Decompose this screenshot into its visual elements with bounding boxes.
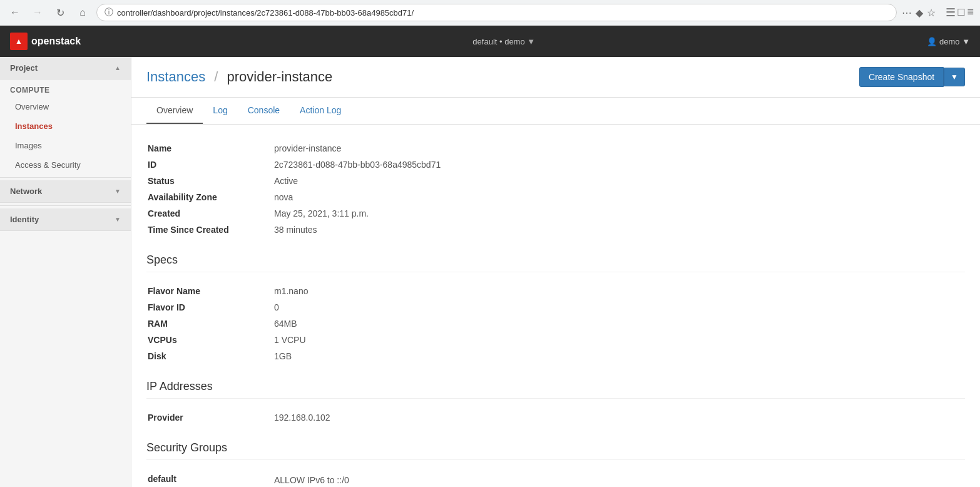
project-selector[interactable]: default • demo ▼ <box>472 37 535 46</box>
url-text: controller/dashboard/project/instances/2… <box>117 8 414 18</box>
sidebar-toggle-icon[interactable]: ☰ <box>946 6 956 19</box>
flavor-id-label: Flavor ID <box>148 300 273 315</box>
bookmark-icon[interactable]: ☆ <box>927 7 936 19</box>
logo-text: openstack <box>31 36 81 47</box>
forward-button[interactable]: → <box>29 4 46 21</box>
sidebar-network-label: Network <box>10 187 42 196</box>
ram-value: 64MB <box>274 316 964 331</box>
sidebar-item-access-security[interactable]: Access & Security <box>0 155 131 175</box>
sidebar-divider2 <box>0 205 131 206</box>
az-value: nova <box>274 190 964 205</box>
created-label: Created <box>148 206 273 221</box>
sidebar-item-overview[interactable]: Overview <box>0 97 131 116</box>
more-icon[interactable]: ⋯ <box>902 7 912 19</box>
page-title: Instances / provider-instance <box>146 69 332 85</box>
home-button[interactable]: ⌂ <box>74 4 91 21</box>
page-header: Instances / provider-instance Create Sna… <box>131 57 980 98</box>
instance-info-table: Name provider-instance ID 2c723861-d088-… <box>146 140 965 238</box>
name-value: provider-instance <box>274 141 964 156</box>
table-row: Flavor Name m1.nano <box>148 284 964 299</box>
browser-actions: ⋯ ◆ ☆ <box>902 7 936 19</box>
table-row: Created May 25, 2021, 3:11 p.m. <box>148 206 964 221</box>
flavor-name-label: Flavor Name <box>148 284 273 299</box>
ram-label: RAM <box>148 316 273 331</box>
security-rules-list: ALLOW IPv6 to ::/0 ALLOW IPv4 to 0.0.0.0… <box>274 471 964 487</box>
provider-label: Provider <box>148 410 273 425</box>
create-snapshot-button[interactable]: Create Snapshot <box>859 67 944 87</box>
security-group-name: default <box>148 471 273 487</box>
user-label: demo <box>939 37 960 46</box>
id-label: ID <box>148 157 273 172</box>
sidebar-divider <box>0 177 131 178</box>
table-row: default ALLOW IPv6 to ::/0 ALLOW IPv4 to… <box>148 471 964 487</box>
address-bar[interactable]: ⓘ controller/dashboard/project/instances… <box>96 4 897 21</box>
id-value: 2c723861-d088-47bb-bb03-68a4985cbd71 <box>274 157 964 172</box>
tab-console[interactable]: Console <box>238 98 290 124</box>
browser-chrome: ← → ↻ ⌂ ⓘ controller/dashboard/project/i… <box>0 0 980 26</box>
time-since-label: Time Since Created <box>148 222 273 237</box>
breadcrumb-separator: / <box>214 69 218 85</box>
top-bar-left: ▲ openstack <box>10 33 81 50</box>
table-row: RAM 64MB <box>148 316 964 331</box>
table-row: Availability Zone nova <box>148 190 964 205</box>
specs-table: Flavor Name m1.nano Flavor ID 0 RAM 64MB… <box>146 282 965 365</box>
security-groups-table: default ALLOW IPv6 to ::/0 ALLOW IPv4 to… <box>146 470 965 487</box>
sidebar-item-instances[interactable]: Instances <box>0 116 131 136</box>
logo: ▲ openstack <box>10 33 81 50</box>
tab-log[interactable]: Log <box>203 98 237 124</box>
user-menu[interactable]: 👤 demo ▼ <box>927 37 970 46</box>
status-value: Active <box>274 173 964 188</box>
tab-overview[interactable]: Overview <box>146 98 203 124</box>
status-label: Status <box>148 173 273 188</box>
project-label: default • demo <box>472 37 524 46</box>
sidebar-project-header[interactable]: Project ▲ <box>0 57 131 79</box>
content-area: Name provider-instance ID 2c723861-d088-… <box>131 125 980 487</box>
pocket-icon[interactable]: ◆ <box>916 7 923 19</box>
vcpus-label: VCPUs <box>148 332 273 347</box>
tab-action-log[interactable]: Action Log <box>290 98 351 124</box>
reload-button[interactable]: ↻ <box>51 4 69 21</box>
table-row: Provider 192.168.0.102 <box>148 410 964 425</box>
breadcrumb-instances-link[interactable]: Instances <box>146 69 205 85</box>
security-groups-title: Security Groups <box>146 441 965 460</box>
window-controls: ☰ □ ≡ <box>946 6 974 19</box>
chevron-up-icon: ▲ <box>115 64 121 71</box>
sidebar-item-images[interactable]: Images <box>0 136 131 155</box>
table-row: Disk 1GB <box>148 349 964 364</box>
ip-section-title: IP Addresses <box>146 380 965 399</box>
sidebar-identity-header[interactable]: Identity ▼ <box>0 208 131 231</box>
app-body: Project ▲ Compute Overview Instances Ima… <box>0 57 980 487</box>
split-view-icon[interactable]: □ <box>958 6 965 19</box>
flavor-name-value: m1.nano <box>274 284 964 299</box>
main-content: Instances / provider-instance Create Sna… <box>131 57 980 487</box>
back-button[interactable]: ← <box>6 4 24 21</box>
sidebar-compute-label: Compute <box>0 79 131 97</box>
chevron-down-icon: ▼ <box>115 188 121 195</box>
vcpus-value: 1 VCPU <box>274 332 964 347</box>
disk-value: 1GB <box>274 349 964 364</box>
create-snapshot-group: Create Snapshot ▼ <box>859 67 965 87</box>
security-rule-0: ALLOW IPv6 to ::/0 <box>274 475 964 485</box>
tab-bar: Overview Log Console Action Log <box>131 98 980 125</box>
table-row: Name provider-instance <box>148 141 964 156</box>
az-label: Availability Zone <box>148 190 273 205</box>
table-row: VCPUs 1 VCPU <box>148 332 964 347</box>
provider-value: 192.168.0.102 <box>274 410 964 425</box>
name-label: Name <box>148 141 273 156</box>
info-icon: ⓘ <box>105 7 113 18</box>
table-row: ID 2c723861-d088-47bb-bb03-68a4985cbd71 <box>148 157 964 172</box>
flavor-id-value: 0 <box>274 300 964 315</box>
sidebar-network-header[interactable]: Network ▼ <box>0 180 131 203</box>
logo-icon: ▲ <box>10 33 28 50</box>
sidebar-identity-label: Identity <box>10 215 39 224</box>
sidebar-project-section: Project ▲ Compute Overview Instances Ima… <box>0 57 131 231</box>
created-value: May 25, 2021, 3:11 p.m. <box>274 206 964 221</box>
ip-table: Provider 192.168.0.102 <box>146 409 965 426</box>
menu-icon[interactable]: ≡ <box>967 6 974 19</box>
time-since-value: 38 minutes <box>274 222 964 237</box>
chevron-down-icon2: ▼ <box>115 216 121 223</box>
create-snapshot-dropdown[interactable]: ▼ <box>944 68 965 86</box>
top-bar: ▲ openstack default • demo ▼ 👤 demo ▼ <box>0 26 980 57</box>
table-row: Status Active <box>148 173 964 188</box>
breadcrumb-current: provider-instance <box>227 69 333 85</box>
